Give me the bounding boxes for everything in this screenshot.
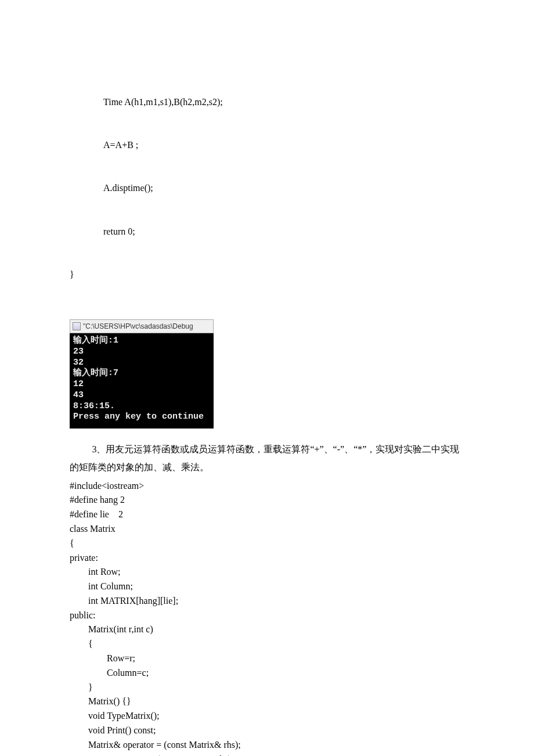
console-line: 输入时间:1: [73, 336, 118, 345]
console-line: 32: [73, 358, 84, 368]
console-line: 23: [73, 347, 84, 357]
console-line: 输入时间:7: [73, 368, 118, 378]
question-paragraph: 3、用友元运算符函数或成员运算符函数，重载运算符“+”、“-”、“*”，实现对实…: [70, 440, 464, 476]
console-line: 8:36:15.: [73, 401, 115, 411]
console-line: 12: [73, 379, 84, 389]
console-line: Press any key to continue: [73, 412, 204, 422]
document-page: Time A(h1,m1,s1),B(h2,m2,s2); A=A+B ; A.…: [0, 0, 534, 756]
console-output: 输入时间:1 23 32 输入时间:7 12 43 8:36:15. Press…: [70, 333, 214, 429]
console-title-bar: "C:\USERS\HP\vc\sadasdas\Debug: [70, 319, 214, 334]
code-line: A.disptime();: [70, 181, 464, 196]
code-line: }: [70, 268, 464, 282]
console-title-text: "C:\USERS\HP\vc\sadasdas\Debug: [83, 321, 193, 332]
code-line: Time A(h1,m1,s1),B(h2,m2,s2);: [70, 95, 464, 110]
code-line: A=A+B ;: [70, 138, 464, 153]
code-line: return 0;: [70, 225, 464, 239]
console-window: "C:\USERS\HP\vc\sadasdas\Debug 输入时间:1 23…: [70, 319, 214, 429]
console-line: 43: [73, 390, 84, 400]
code-block-top: Time A(h1,m1,s1),B(h2,m2,s2); A=A+B ; A.…: [70, 66, 464, 311]
code-block-main: #include<iostream> #define hang 2 #defin…: [70, 479, 464, 756]
app-icon: [73, 322, 81, 330]
